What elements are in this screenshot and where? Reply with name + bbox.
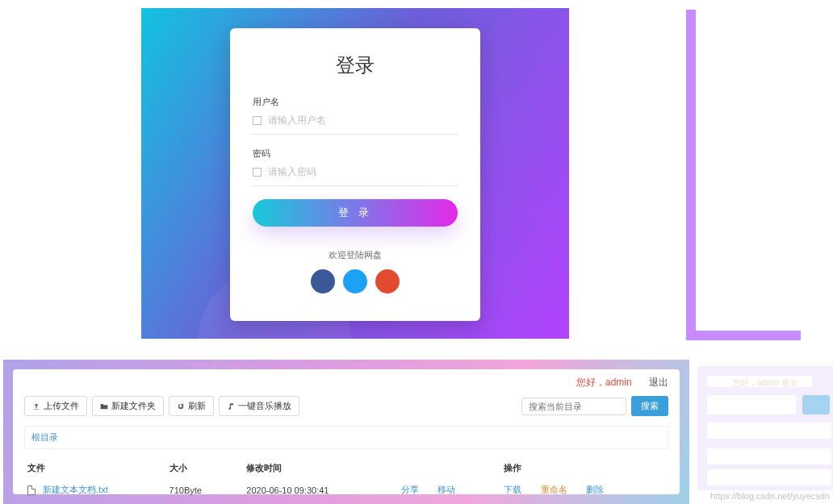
ghost-row-2 [707, 448, 831, 464]
social-circle-1[interactable] [311, 269, 335, 294]
new-folder-label: 新建文件夹 [111, 400, 156, 412]
cell-mtime: 2020-06-10 09:30:41 [243, 479, 398, 501]
ghost-row-3 [707, 469, 831, 485]
action-share[interactable]: 分享 [401, 485, 419, 494]
search-input[interactable] [521, 398, 626, 415]
action-move[interactable]: 移动 [437, 485, 455, 494]
upload-button[interactable]: 上传文件 [24, 396, 87, 416]
password-input[interactable] [268, 166, 458, 177]
col-ops: 操作 [500, 457, 668, 479]
cell-file: 新建文本文档.txt [24, 479, 166, 501]
ghost-search-input [707, 395, 796, 414]
col-file: 文件 [24, 457, 166, 479]
upload-label: 上传文件 [44, 400, 79, 412]
login-background: 登录 用户名 密码 登 录 欢迎登陆网盘 [141, 8, 569, 339]
upload-icon [32, 402, 40, 410]
logout-link[interactable]: 退出 [649, 377, 668, 388]
table-row: 新建文本文档.txt 710Byte 2020-06-10 09:30:41 分… [24, 479, 668, 501]
username-row [253, 111, 458, 135]
action-download[interactable]: 下载 [504, 485, 521, 494]
cell-size: 710Byte [166, 479, 244, 501]
accent-bar-horizontal [686, 331, 801, 340]
new-folder-button[interactable]: 新建文件夹 [92, 396, 164, 416]
file-manager-card: 您好，admin 退出 上传文件 新建文件夹 刷新 一键音乐播放 搜索 [13, 369, 680, 494]
cell-ops: 下载 重命名 删除 [500, 479, 668, 501]
search-button[interactable]: 搜索 [631, 396, 668, 416]
refresh-label: 刷新 [188, 400, 206, 412]
greeting-user: admin [605, 377, 632, 388]
ghost-search-row [707, 395, 831, 414]
lock-icon [253, 168, 262, 177]
toolbar: 上传文件 新建文件夹 刷新 一键音乐播放 搜索 [24, 396, 668, 416]
file-name-link[interactable]: 新建文本文档.txt [43, 485, 108, 494]
social-circles [253, 269, 458, 294]
ghost-greeting-text: 您好，admin 退出 [733, 377, 797, 389]
file-table: 文件 大小 修改时间 操作 新建文本文档.txt 710Byte 2020-06… [24, 457, 668, 501]
header-greeting: 您好，admin 退出 [24, 376, 668, 389]
social-circle-3[interactable] [375, 269, 400, 294]
social-circle-2[interactable] [343, 269, 367, 294]
username-label: 用户名 [253, 96, 458, 108]
table-header-row: 文件 大小 修改时间 操作 [24, 457, 668, 479]
login-submit-button[interactable]: 登 录 [253, 199, 458, 227]
refresh-button[interactable]: 刷新 [169, 396, 214, 416]
ghost-search-button [802, 395, 830, 414]
folder-icon [100, 402, 108, 410]
file-icon [27, 485, 36, 495]
col-spacer [398, 457, 501, 479]
breadcrumb[interactable]: 根目录 [24, 426, 668, 449]
password-label: 密码 [253, 148, 458, 160]
password-row [253, 163, 458, 186]
music-play-label: 一键音乐播放 [238, 400, 291, 412]
music-icon [227, 402, 235, 410]
music-play-button[interactable]: 一键音乐播放 [219, 396, 299, 416]
file-manager-background: 您好，admin 退出 上传文件 新建文件夹 刷新 一键音乐播放 搜索 [3, 360, 689, 504]
greeting-prefix: 您好， [576, 377, 605, 388]
welcome-text: 欢迎登陆网盘 [253, 249, 458, 261]
col-mtime: 修改时间 [243, 457, 398, 479]
login-card: 登录 用户名 密码 登 录 欢迎登陆网盘 [230, 28, 480, 321]
ghost-row-1 [707, 423, 831, 439]
user-icon [253, 116, 262, 125]
refresh-icon [177, 402, 185, 410]
username-input[interactable] [268, 115, 458, 126]
login-title: 登录 [253, 52, 458, 78]
col-size: 大小 [166, 457, 244, 479]
accent-bar-vertical [686, 10, 696, 332]
action-rename[interactable]: 重命名 [541, 485, 567, 494]
action-delete[interactable]: 删除 [586, 485, 604, 494]
cell-inline-actions: 分享 移动 [398, 479, 501, 501]
watermark-text: https://blog.csdn.net/yuyecsdn [710, 491, 830, 501]
